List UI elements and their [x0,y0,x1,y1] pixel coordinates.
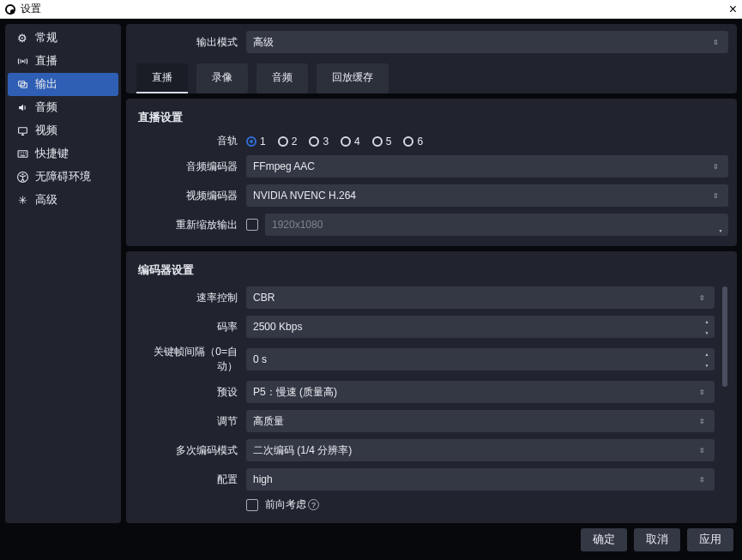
dropdown-arrows-icon: ⇳ [699,410,715,432]
titlebar: 设置 × [0,0,742,19]
rescale-checkbox[interactable] [246,219,258,231]
video-encoder-select[interactable]: NVIDIA NVENC H.264 ⇳ [246,184,728,207]
sidebar-item-accessibility[interactable]: 无障碍环境 [8,166,118,189]
app-body: ⚙ 常规 直播 输出 音频 视频 快捷键 [0,19,742,560]
preset-select[interactable]: P5：慢速 (质量高)⇳ [246,381,715,403]
app-icon [5,4,15,15]
dropdown-arrows-icon: ⇳ [713,155,728,178]
lookahead-checkbox[interactable] [246,499,258,511]
encoder-settings-panel: 编码器设置 速率控制 CBR⇳ 码率 2500 Kbps▲▼ 关键帧间隔（0=自… [126,251,737,523]
help-icon[interactable]: ? [308,499,319,510]
tab-stream[interactable]: 直播 [136,63,188,93]
video-encoder-label: 视频编码器 [135,189,246,203]
preset-value: P5：慢速 (质量高) [253,385,337,400]
spinner-icon[interactable]: ▲▼ [699,316,715,338]
tab-label: 音频 [272,71,293,83]
lookahead-row[interactable]: 前向考虑 ? [246,497,715,512]
sidebar-item-label: 快捷键 [35,147,69,161]
svg-rect-1 [18,81,24,86]
bitrate-label: 码率 [135,320,246,334]
multipass-select[interactable]: 二次编码 (1/4 分辨率)⇳ [246,439,715,461]
profile-label: 配置 [135,473,246,487]
encoder-settings-heading: 编码器设置 [135,260,728,286]
radio-dot-icon [246,136,256,147]
lookahead-label: 前向考虑 [265,497,306,512]
track-radio-4[interactable]: 4 [341,135,360,148]
rate-control-value: CBR [253,292,274,304]
track-radio-1[interactable]: 1 [246,135,266,148]
sidebar-item-label: 直播 [35,54,57,69]
encoder-form: 速率控制 CBR⇳ 码率 2500 Kbps▲▼ 关键帧间隔（0=自动） 0 s… [135,286,721,515]
radio-label: 1 [260,135,266,148]
track-radio-5[interactable]: 5 [372,135,392,148]
svg-rect-3 [18,128,27,134]
tab-replaybuffer[interactable]: 回放缓存 [317,63,389,93]
sidebar-item-stream[interactable]: 直播 [8,50,118,73]
apply-button[interactable]: 应用 [687,528,733,551]
dropdown-arrows-icon: ⇳ [699,439,715,461]
sidebar-item-label: 高级 [35,193,57,208]
radio-label: 2 [292,135,298,148]
sidebar-item-label: 常规 [35,31,57,45]
rescale-select[interactable]: 1920x1080 ▼ [265,214,728,236]
track-label: 音轨 [135,134,246,148]
rate-control-select[interactable]: CBR⇳ [246,286,715,309]
scrollbar-thumb[interactable] [722,286,727,387]
keyint-input[interactable]: 0 s▲▼ [246,348,715,370]
dropdown-arrows-icon: ⇳ [699,381,715,403]
profile-value: high [253,473,273,485]
keyboard-icon [16,149,28,159]
button-label: 取消 [646,533,668,545]
output-mode-bar: 输出模式 高级 ⇳ 直播 录像 音频 回放缓存 [126,24,737,93]
sidebar-item-hotkeys[interactable]: 快捷键 [8,142,118,166]
track-radio-3[interactable]: 3 [309,135,329,148]
ok-button[interactable]: 确定 [581,528,627,551]
rate-control-label: 速率控制 [135,291,246,305]
tab-label: 直播 [152,71,172,83]
tuning-select[interactable]: 高质量⇳ [246,410,715,432]
output-tabs: 直播 录像 音频 回放缓存 [135,60,728,93]
gear-icon: ⚙ [16,32,28,45]
sidebar-item-video[interactable]: 视频 [8,119,118,142]
video-encoder-value: NVIDIA NVENC H.264 [253,190,356,202]
multipass-value: 二次编码 (1/4 分辨率) [253,443,352,458]
radio-dot-icon [278,136,288,147]
sidebar-item-output[interactable]: 输出 [8,73,118,96]
track-radio-6[interactable]: 6 [403,135,423,148]
sidebar-item-general[interactable]: ⚙ 常规 [8,27,118,50]
tab-recording[interactable]: 录像 [196,63,248,93]
track-radio-2[interactable]: 2 [278,135,298,148]
radio-label: 6 [417,135,423,148]
spinner-icon[interactable]: ▲▼ [699,348,715,370]
audio-encoder-value: FFmpeg AAC [253,160,315,172]
dropdown-arrows-icon: ⇳ [699,286,715,309]
tab-audio[interactable]: 音频 [256,63,308,93]
window-title: 设置 [21,2,41,16]
radio-label: 5 [386,135,392,148]
app-inner: ⚙ 常规 直播 输出 音频 视频 快捷键 [0,19,742,528]
audio-encoder-label: 音频编码器 [135,160,246,174]
sidebar-item-audio[interactable]: 音频 [8,96,118,119]
button-label: 应用 [699,533,721,545]
audio-encoder-select[interactable]: FFmpeg AAC ⇳ [246,155,728,178]
monitor-icon [16,125,28,136]
rescale-label: 重新缩放输出 [135,218,246,232]
radio-dot-icon [341,136,351,147]
keyint-value: 0 s [253,353,267,365]
profile-select[interactable]: high⇳ [246,468,715,491]
scrollbar[interactable] [721,286,728,515]
radio-dot-icon [372,136,383,147]
keyint-label: 关键帧间隔（0=自动） [135,345,246,374]
bitrate-input[interactable]: 2500 Kbps▲▼ [246,316,715,338]
close-icon[interactable]: × [729,2,737,17]
dropdown-arrows-icon: ⇳ [699,468,715,491]
stream-settings-panel: 直播设置 音轨 1 2 3 4 5 6 音频编码器 FFmpeg A [126,99,737,246]
cancel-button[interactable]: 取消 [634,528,680,551]
sidebar-item-advanced[interactable]: ✳ 高级 [8,189,118,212]
output-mode-select[interactable]: 高级 ⇳ [246,31,728,53]
bitrate-value: 2500 Kbps [253,321,302,333]
content: 输出模式 高级 ⇳ 直播 录像 音频 回放缓存 直播设置 音轨 [126,24,737,523]
antenna-icon [16,56,28,67]
radio-dot-icon [403,136,413,147]
stream-settings-heading: 直播设置 [135,107,728,134]
